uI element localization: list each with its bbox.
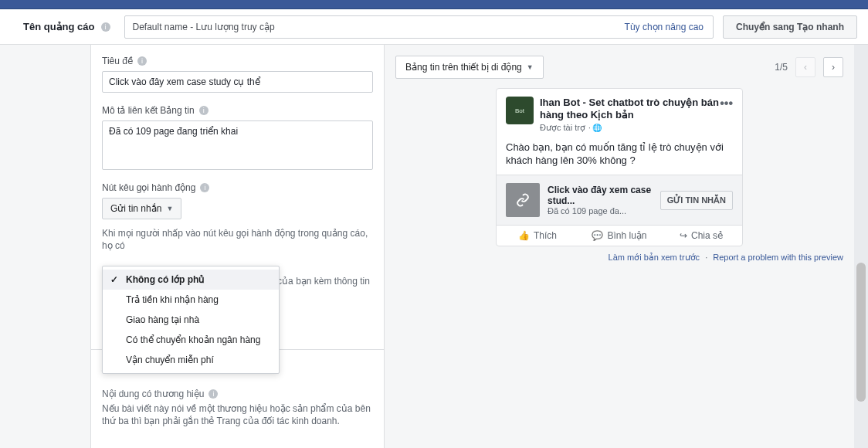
- caret-down-icon: ▼: [166, 205, 173, 212]
- device-dropdown[interactable]: Bảng tin trên thiết bị di động▼: [395, 56, 544, 79]
- preview-footer: Làm mới bản xem trước · Report a problem…: [395, 253, 843, 263]
- globe-icon: · 🌐: [588, 124, 602, 132]
- like-button[interactable]: 👍Thích: [497, 230, 578, 241]
- more-icon[interactable]: •••: [720, 97, 733, 110]
- title-input[interactable]: [102, 71, 373, 93]
- scrollbar-track[interactable]: [854, 45, 868, 448]
- dropdown-item[interactable]: Giao hàng tại nhà: [103, 310, 279, 330]
- prev-button: ‹: [795, 57, 815, 77]
- preview-column: Bảng tin trên thiết bị di động▼ 1/5 ‹ › …: [385, 45, 854, 448]
- dropdown-item[interactable]: Có thể chuyển khoản ngân hàng: [103, 330, 279, 350]
- desc-label: Mô tả liên kết Bảng tini: [102, 105, 373, 116]
- ad-name-label: Tên quảng cáo: [23, 21, 95, 32]
- link-desc: Đã có 109 page đa...: [548, 206, 653, 216]
- top-bar: [0, 0, 868, 9]
- link-text: Click vào đây xem case stud... Đã có 109…: [548, 185, 653, 216]
- share-icon: ↪: [680, 230, 687, 241]
- card-header: Bot Ihan Bot - Set chatbot trò chuyện bá…: [497, 89, 742, 137]
- quick-create-button[interactable]: Chuyển sang Tạo nhanh: [723, 15, 857, 39]
- comment-icon: 💬: [592, 230, 603, 241]
- page-name[interactable]: Ihan Bot - Set chatbot trò chuyện bán hà…: [540, 97, 720, 121]
- comment-button[interactable]: 💬Bình luận: [578, 230, 660, 241]
- card-actions: 👍Thích 💬Bình luận ↪Chia sẻ: [497, 226, 742, 246]
- scrollbar-thumb[interactable]: [856, 263, 866, 402]
- report-problem-link[interactable]: Report a problem with this preview: [713, 253, 843, 262]
- advanced-options-link[interactable]: Tùy chọn nâng cao: [615, 22, 713, 32]
- preview-count: 1/5: [775, 62, 788, 73]
- cta-help-text: Khi mọi người nhấp vào nút kêu gọi hành …: [102, 227, 373, 252]
- desc-textarea[interactable]: Đã có 109 page đang triển khai: [102, 120, 373, 170]
- dropdown-item[interactable]: Vận chuyển miễn phí: [103, 350, 279, 370]
- branded-title: Nội dung có thương hiệui: [102, 389, 373, 399]
- branded-content-section: Nội dung có thương hiệui Nếu bài viết nà…: [102, 389, 373, 427]
- info-icon[interactable]: i: [209, 389, 218, 399]
- preview-header: Bảng tin trên thiết bị di động▼ 1/5 ‹ ›: [395, 56, 843, 79]
- like-icon: 👍: [518, 230, 530, 241]
- share-button[interactable]: ↪Chia sẻ: [660, 230, 742, 241]
- title-label: Tiêu đềi: [102, 56, 373, 66]
- main: Tiêu đềi Mô tả liên kết Bảng tini Đã có …: [0, 45, 868, 448]
- cta-label: Nút kêu gọi hành độngi: [102, 182, 373, 193]
- next-button[interactable]: ›: [823, 57, 843, 77]
- overlay-dropdown-menu: Không có lớp phủ Trả tiền khi nhận hàng …: [102, 266, 280, 374]
- info-icon[interactable]: i: [101, 22, 110, 32]
- link-title: Click vào đây xem case stud...: [548, 185, 653, 206]
- link-card[interactable]: Click vào đây xem case stud... Đã có 109…: [497, 175, 742, 226]
- dropdown-item[interactable]: Trả tiền khi nhận hàng: [103, 290, 279, 310]
- dropdown-item[interactable]: Không có lớp phủ: [103, 270, 279, 290]
- cta-dropdown[interactable]: Gửi tin nhắn▼: [102, 198, 181, 219]
- branded-desc: Nếu bài viết này nói về một thương hiệu …: [102, 402, 373, 427]
- link-icon: [506, 183, 540, 217]
- info-icon[interactable]: i: [200, 183, 209, 192]
- info-icon[interactable]: i: [137, 56, 147, 66]
- ad-preview-card: Bot Ihan Bot - Set chatbot trò chuyện bá…: [496, 88, 743, 246]
- form-column: Tiêu đềi Mô tả liên kết Bảng tini Đã có …: [91, 45, 385, 448]
- info-icon[interactable]: i: [199, 106, 209, 115]
- left-gutter: [0, 45, 91, 448]
- ad-name-input[interactable]: [125, 22, 615, 32]
- ad-name-input-wrap: Tùy chọn nâng cao: [124, 15, 714, 39]
- cta-button[interactable]: GỬI TIN NHẮN: [660, 191, 733, 210]
- caret-down-icon: ▼: [527, 63, 534, 71]
- header-row: Tên quảng cáo i Tùy chọn nâng cao Chuyển…: [0, 9, 868, 45]
- sponsored-label: Được tài trợ · 🌐: [540, 123, 720, 133]
- page-avatar[interactable]: Bot: [506, 97, 534, 124]
- preview-nav: 1/5 ‹ ›: [775, 57, 843, 77]
- refresh-preview-link[interactable]: Làm mới bản xem trước: [609, 253, 700, 262]
- ad-body-text: Chào bạn, bạn có muốn tăng tỉ lệ trò chu…: [497, 137, 742, 175]
